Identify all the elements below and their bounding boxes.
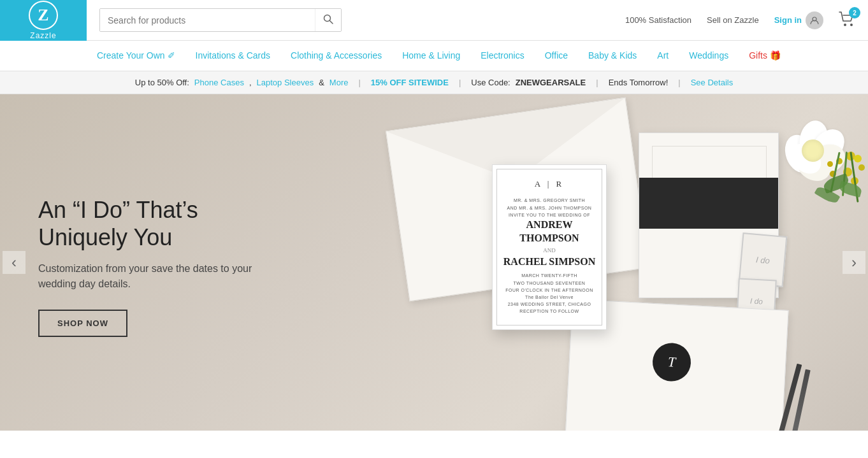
- cart-badge: 2: [849, 7, 860, 18]
- sidebar-item-office[interactable]: Office: [535, 41, 578, 71]
- inv-name2: RACHEL SIMPSON: [503, 255, 595, 269]
- search-form: [99, 8, 342, 32]
- inv-name1: ANDREW THOMPSON: [500, 218, 598, 245]
- sign-in-label: Sign in: [774, 15, 802, 25]
- hero-subtext: Customization from your save the dates t…: [38, 261, 280, 292]
- satisfaction-label: 100% Satisfaction: [625, 15, 691, 25]
- inv-date-details: MARCH TWENTY-FIFTH TWO THOUSAND SEVENTEE…: [505, 272, 593, 315]
- promo-bar: Up to 50% Off: Phone Cases, Laptop Sleev…: [0, 71, 868, 94]
- user-icon: [806, 11, 823, 29]
- sidebar-item-art[interactable]: Art: [647, 41, 679, 71]
- cart-block[interactable]: 2: [839, 11, 855, 29]
- logo-circle: Z: [29, 1, 58, 30]
- promo-link-laptop-sleeves[interactable]: Laptop Sleeves: [257, 78, 314, 87]
- nav: Create Your Own ✐ Invitations & Cards Cl…: [0, 41, 868, 71]
- svg-point-3: [844, 24, 846, 26]
- sign-in-block[interactable]: Sign in: [774, 11, 823, 29]
- yellow-flowers: [766, 152, 868, 254]
- sidebar-item-clothing-accessories[interactable]: Clothing & Accessories: [280, 41, 392, 71]
- logo-letter: Z: [38, 6, 48, 25]
- carousel-arrow-left[interactable]: ‹: [3, 251, 25, 274]
- promo-ends: Ends Tomorrow!: [609, 78, 669, 87]
- carousel-arrow-right[interactable]: ›: [843, 251, 865, 274]
- inv-and: AND: [543, 247, 556, 254]
- sidebar-item-home-living[interactable]: Home & Living: [392, 41, 470, 71]
- nav-items: Create Your Own ✐ Invitations & Cards Cl…: [87, 41, 791, 71]
- hero-headline: An “I Do” That’s Uniquely You: [38, 196, 280, 251]
- invitation-card: A | R MR. & MRS. GREGORY SMITH AND MR. &…: [492, 164, 607, 330]
- inv-header-text: MR. & MRS. GREGORY SMITH AND MR. & MRS. …: [507, 197, 592, 218]
- search-block: [87, 8, 354, 32]
- promo-code: ZNEWGEARSALE: [516, 78, 586, 87]
- shop-now-button[interactable]: SHOP NOW: [38, 310, 127, 337]
- sidebar-item-baby-kids[interactable]: Baby & Kids: [578, 41, 647, 71]
- sidebar-item-gifts[interactable]: Gifts 🎁: [739, 41, 791, 71]
- inv-monogram: A | R: [535, 179, 564, 189]
- promo-link-phone-cases[interactable]: Phone Cases: [194, 78, 244, 87]
- header-right: 100% Satisfaction Sell on Zazzle Sign in…: [625, 11, 868, 29]
- sidebar-item-invitations-cards[interactable]: Invitations & Cards: [185, 41, 281, 71]
- logo[interactable]: Z Zazzle: [0, 0, 87, 41]
- promo-see-details[interactable]: See Details: [691, 78, 733, 87]
- svg-line-1: [330, 21, 333, 24]
- flower-decoration: [728, 94, 868, 260]
- env-seal: T: [651, 342, 691, 382]
- logo-name: Zazzle: [30, 31, 56, 40]
- header: Z Zazzle 100% Satisfaction Sell on Zazzl…: [0, 0, 868, 41]
- promo-use-code: Use Code:: [471, 78, 510, 87]
- sidebar-item-create-your-own[interactable]: Create Your Own ✐: [87, 41, 185, 71]
- hero-banner: A | R MR. & MRS. GREGORY SMITH AND MR. &…: [0, 94, 868, 431]
- search-button[interactable]: [315, 9, 341, 31]
- search-input[interactable]: [100, 9, 315, 31]
- promo-link-more[interactable]: More: [329, 78, 349, 87]
- sidebar-item-electronics[interactable]: Electronics: [470, 41, 534, 71]
- hero-text: An “I Do” That’s Uniquely You Customizat…: [38, 196, 280, 337]
- promo-link-sitewide[interactable]: 15% OFF SITEWIDE: [371, 78, 449, 87]
- hero-mockup: A | R MR. & MRS. GREGORY SMITH AND MR. &…: [294, 94, 868, 431]
- sidebar-item-weddings[interactable]: Weddings: [679, 41, 739, 71]
- sell-on-zazzle-link[interactable]: Sell on Zazzle: [707, 15, 759, 25]
- svg-point-4: [850, 24, 853, 26]
- search-icon: [323, 14, 333, 24]
- promo-text1: Up to 50% Off:: [135, 78, 189, 87]
